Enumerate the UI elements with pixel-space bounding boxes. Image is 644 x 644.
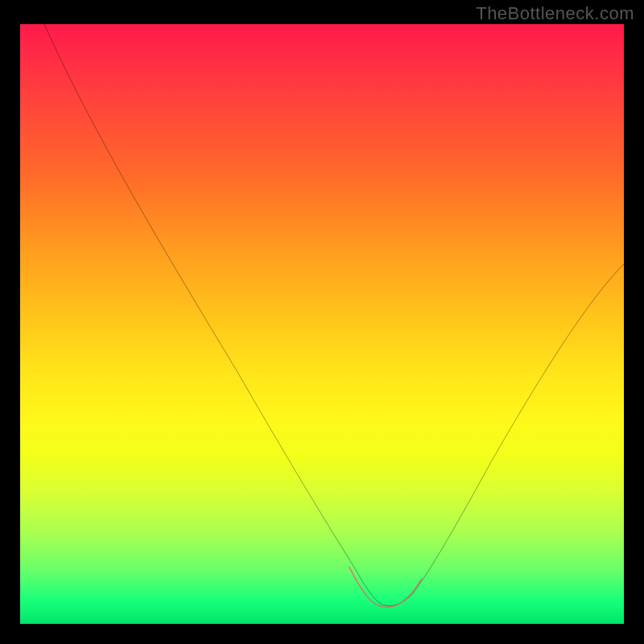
bottleneck-v-curve: [44, 24, 624, 605]
watermark-text: TheBottleneck.com: [476, 3, 634, 24]
curve-layer: [20, 24, 624, 624]
chart-frame: TheBottleneck.com: [0, 0, 644, 644]
plot-area: [20, 24, 624, 624]
flat-bottom-highlight: [349, 567, 422, 607]
